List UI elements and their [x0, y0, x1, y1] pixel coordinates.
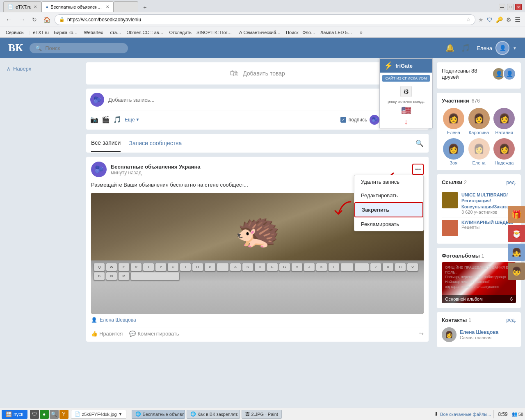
context-menu-item-edit[interactable]: Редактировать	[354, 189, 423, 202]
photo-tool-icon[interactable]: 📷	[90, 116, 98, 123]
post-group-name[interactable]: Бесплатные объявления Украина	[111, 164, 408, 170]
music-icon[interactable]: 🎵	[461, 43, 470, 52]
tray-icon-1[interactable]: 🛡	[30, 410, 39, 419]
bookmark-star-icon[interactable]: ★	[477, 15, 485, 24]
key-icon: 🔑	[495, 15, 504, 24]
file-arrow-icon: ▼	[119, 412, 123, 416]
tab-vk[interactable]: ● Бесплатные объявления У... ✕	[41, 1, 114, 12]
downloads-area: ⬇ Все скачанные файлы...	[434, 411, 491, 417]
taskbar-item-1[interactable]: 🌐 Бесплатные объявл...	[132, 410, 185, 419]
close-button[interactable]: ✕	[515, 4, 522, 10]
thumb-2[interactable]: 🎅	[508, 225, 525, 242]
tab-empty[interactable]	[114, 1, 138, 12]
downloads-label[interactable]: Все скачанные файлы...	[440, 412, 491, 417]
tab-community-posts[interactable]: Записи сообщества	[129, 135, 182, 151]
menu-icon[interactable]: ☰	[514, 14, 522, 25]
browser-toolbar: ← → ↻ 🏠 🔒 ☆ ★ 🛡 🔑 ⚙ ☰	[0, 12, 525, 27]
link2-desc: Рецепты	[461, 225, 515, 230]
post-author-name[interactable]: Елена Шевцова	[100, 317, 136, 323]
reload-button[interactable]: ↻	[30, 15, 39, 25]
frigate-site-label[interactable]: САЙТ ИЗ СПИСКА УОМ	[382, 75, 430, 82]
address-input[interactable]	[67, 17, 463, 23]
bookmark-sinoptik[interactable]: SINOPTIK: Погода в Н...	[195, 29, 236, 36]
start-button[interactable]: 🪟 пуск	[2, 410, 27, 419]
frigate-settings-icon[interactable]: ⚙	[400, 86, 412, 97]
taskbar-item-3[interactable]: 🖼 2.JPG - Paint	[242, 410, 282, 419]
home-button[interactable]: 🏠	[41, 15, 53, 25]
links-edit-link[interactable]: ред.	[507, 180, 516, 185]
bookmark-etxt[interactable]: eTXT.ru – Биржа копир...	[31, 29, 80, 36]
vk-logo[interactable]: ВК	[8, 42, 23, 54]
notification-bell-icon[interactable]: 🔔	[445, 43, 454, 52]
tab-vk-close[interactable]: ✕	[106, 5, 109, 9]
context-menu-item-advertise[interactable]: Рекламировать	[354, 217, 423, 231]
thumb-3[interactable]: 👧	[508, 244, 525, 261]
bookmark-semantic[interactable]: А Семантический анали...	[237, 29, 283, 36]
member-elena[interactable]: 👩 Елена	[442, 108, 466, 135]
comment-action[interactable]: 💬 Комментировать	[129, 331, 179, 337]
link-item-1[interactable]: UNICE MULTIBRAND/ Регистрация/ Консульта…	[442, 189, 516, 217]
subscribe-checkbox[interactable]: ✓	[340, 117, 346, 123]
tray-icon-2[interactable]: ●	[40, 410, 49, 419]
content-tabs-bar: Все записи Записи сообщества 🔍	[86, 134, 429, 153]
tray-icon-3[interactable]: 🔍	[50, 410, 59, 419]
tray-icon-4[interactable]: Y	[59, 410, 68, 419]
share-icon[interactable]: ↪	[419, 331, 424, 337]
context-menu-item-pin[interactable]: Закрепить	[354, 202, 423, 217]
bookmarks-bar: Сервисы | eTXT.ru – Биржа копир... Webar…	[0, 27, 525, 38]
new-tab-button[interactable]: +	[140, 3, 150, 12]
bookmark-florist[interactable]: Поиск - Флорист-Х	[284, 29, 317, 36]
more-label: Ещё	[125, 117, 135, 123]
member-karolina[interactable]: 👩 Каролина	[467, 108, 491, 135]
link-item-2[interactable]: КУЛИНАРНЫЙ ШЕДЕВР Рецепты	[442, 217, 516, 239]
member-natalia[interactable]: 👩 Наталия	[492, 108, 516, 135]
bookmark-obmen[interactable]: Obmen.CC :: автомати...	[125, 29, 166, 36]
user-profile-button[interactable]: Елена 👤 ▼	[477, 41, 517, 55]
post-menu-button[interactable]: •••	[412, 164, 424, 175]
post-text-input[interactable]	[108, 97, 411, 103]
member-nadezhda[interactable]: 👩 Надежда	[492, 138, 516, 165]
back-button[interactable]: ←	[3, 14, 15, 25]
subscribed-title: Подписаны 88 друзей 👤 👤	[442, 67, 516, 80]
post-editor: 🫐 🙂 📷 🎬 🎵 Ещё ▼ ✓ подпись 🫐 Отправить	[86, 89, 429, 130]
tab-search-icon[interactable]: 🔍	[415, 139, 424, 147]
contact-item[interactable]: 👩 Елена Шевцова Самая главная	[442, 327, 516, 342]
bookmark-services[interactable]: Сервисы	[3, 29, 27, 36]
add-product-label[interactable]: Добавить товар	[243, 70, 285, 77]
music-tool-icon[interactable]: 🎵	[113, 116, 121, 123]
bookmark-lamp[interactable]: Лампа LED 5W E27 све...	[319, 29, 356, 36]
links-title-area: Ссылки 2	[442, 179, 467, 185]
settings-icon[interactable]: ⚙	[505, 15, 513, 24]
tab-etxt[interactable]: 📄 eTXT.ru ✕	[3, 1, 41, 12]
frigate-arrow-down[interactable]: ↓	[380, 116, 432, 128]
contact-name: Елена Шевцова	[460, 329, 498, 335]
taskbar-item-2[interactable]: 🌐 Как в ВК закреплят...	[187, 410, 240, 419]
video-tool-icon[interactable]: 🎬	[102, 116, 110, 123]
maximize-button[interactable]: □	[507, 4, 514, 10]
members-block: Участники 676 👩 Елена 👩 Каролина 👩 Натал…	[437, 93, 521, 170]
thumb-4[interactable]: 👦	[508, 262, 525, 280]
like-icon: 👍	[91, 331, 98, 337]
star-icon[interactable]: ☆	[466, 16, 471, 23]
tab-all-posts[interactable]: Все записи	[91, 135, 121, 152]
contacts-edit-link[interactable]: ред.	[507, 317, 516, 323]
bookmark-webartex[interactable]: Webartex — статейн...	[82, 29, 123, 36]
back-to-top-link[interactable]: ∧ Наверх	[0, 62, 82, 75]
minimize-button[interactable]: —	[499, 4, 505, 10]
album-preview[interactable]: ОФІЦІЙНЕ ПРАЦЕВЛАШТУВАННЯ В ПОЛЬ...Польщ…	[442, 262, 516, 303]
like-action[interactable]: 👍 Нравится	[91, 331, 123, 337]
bookmarks-more[interactable]: »	[357, 29, 365, 36]
frigate-title: friGate	[395, 63, 413, 69]
more-tools-button[interactable]: Ещё ▼	[125, 117, 139, 123]
member-elena2[interactable]: 👩 Елена	[467, 138, 491, 165]
forward-button[interactable]: →	[16, 14, 28, 25]
bookmark-track[interactable]: Отследить	[167, 29, 193, 36]
lock-icon: 🔒	[59, 17, 65, 22]
links-count: 2	[464, 180, 467, 185]
vk-search-input[interactable]	[45, 45, 119, 51]
context-menu-item-delete[interactable]: Удалить запись	[354, 175, 423, 189]
thumb-1[interactable]: 🎁	[508, 206, 525, 223]
tab-etxt-close[interactable]: ✕	[34, 5, 37, 9]
member-zoya[interactable]: 👩 Зоя	[442, 138, 466, 165]
status-file-download: 📄 z5k6FYF4dxk.jpg ▼	[71, 410, 126, 419]
